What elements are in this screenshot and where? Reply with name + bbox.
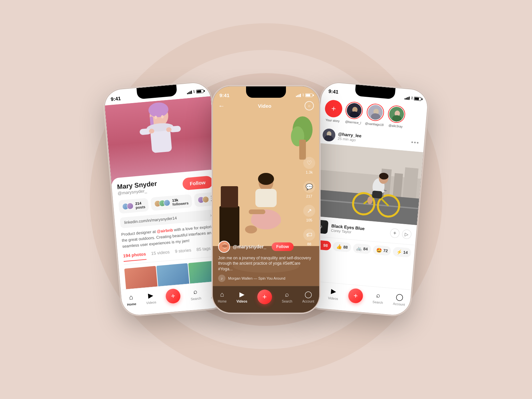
tab-tags[interactable]: 85 tags bbox=[196, 246, 211, 255]
music-row: ♪ Morgan Wallen — Spin You Around bbox=[218, 275, 314, 282]
nav-account-center[interactable]: ◯ Account bbox=[302, 290, 314, 303]
santiago-avatar bbox=[367, 104, 383, 120]
play-btn[interactable]: ▷ bbox=[402, 229, 412, 239]
like-action[interactable]: ♡ 1.3k bbox=[303, 157, 315, 174]
avatar-svg bbox=[219, 241, 230, 253]
add-story-circle: + bbox=[324, 99, 343, 118]
bike-emoji: 🚲 bbox=[356, 245, 362, 251]
video-avatar bbox=[218, 241, 230, 253]
nav-search-left[interactable]: ⌕ Search bbox=[190, 287, 201, 301]
battery-left bbox=[196, 89, 204, 93]
notch-center bbox=[246, 86, 286, 98]
search-circle[interactable]: ○ bbox=[305, 101, 314, 110]
video-title: Video bbox=[258, 103, 272, 109]
phone-right-screen: 9:41 ⌇ + Your story bbox=[303, 82, 429, 316]
tab-photos[interactable]: 194 photos bbox=[123, 251, 147, 262]
post-menu-button[interactable]: ••• bbox=[411, 139, 420, 146]
wifi-center: ⌇ bbox=[302, 93, 304, 97]
music-note-icon: ♪ bbox=[218, 275, 225, 282]
tab-videos[interactable]: 15 videos bbox=[151, 249, 170, 259]
avatar-5 bbox=[163, 199, 171, 206]
video-username: @marysnyder_ bbox=[233, 244, 266, 249]
add-story-item[interactable]: + Your story bbox=[324, 99, 343, 123]
story-bernice[interactable]: @bernice_l bbox=[344, 101, 364, 125]
time-right: 9:41 bbox=[328, 88, 338, 95]
cyclist-scene bbox=[311, 143, 423, 225]
account-icon-right: ◯ bbox=[395, 293, 404, 301]
star-count: 72 bbox=[383, 248, 388, 253]
posts-count: 214 posts bbox=[135, 201, 145, 209]
bernice-avatar bbox=[346, 102, 362, 118]
videos-icon-center: ▶ bbox=[238, 290, 246, 298]
home-label-center: Home bbox=[218, 300, 227, 303]
profile-name-area: Mary Snyder @marysnyder_ bbox=[117, 180, 158, 197]
phone-right: 9:41 ⌇ + Your story bbox=[303, 82, 429, 316]
add-button-right[interactable]: + bbox=[348, 288, 364, 304]
reaction-star[interactable]: 🤩 72 bbox=[373, 245, 392, 256]
add-to-music-btn[interactable]: + bbox=[390, 228, 400, 238]
likes-count: 1.3k bbox=[306, 170, 313, 174]
comment-icon: 💬 bbox=[303, 181, 315, 193]
search-icon: ⌕ bbox=[191, 287, 200, 296]
nav-search-center[interactable]: ⌕ Search bbox=[282, 290, 292, 303]
reaction-bike[interactable]: 🚲 84 bbox=[353, 243, 372, 254]
time-center: 9:41 bbox=[219, 92, 229, 98]
post-author-info: @harry_lee 25 min ago bbox=[337, 131, 362, 142]
phones-container: 9:41 ⌇ bbox=[106, 86, 426, 313]
nav-home-center[interactable]: ⌂ Home bbox=[218, 290, 227, 303]
nav-videos-left[interactable]: ▶ Videos bbox=[145, 291, 157, 305]
videos-icon-right: ▶ bbox=[329, 287, 338, 296]
nav-videos-center[interactable]: ▶ Videos bbox=[236, 290, 247, 303]
time-left: 9:41 bbox=[110, 95, 121, 102]
home-label: Home bbox=[127, 302, 137, 306]
bottom-nav-center: ⌂ Home ▶ Videos + ⌕ Search ◯ Account bbox=[213, 286, 319, 313]
music-controls: + ▷ bbox=[390, 228, 412, 239]
post-author: @harry_lee 25 min ago bbox=[322, 128, 362, 144]
svg-point-25 bbox=[245, 225, 257, 233]
nav-home-left[interactable]: ⌂ Home bbox=[126, 293, 136, 306]
music-text: Morgan Wallen — Spin You Around bbox=[228, 276, 285, 280]
status-icons-center: ⌇ bbox=[296, 93, 313, 97]
nav-account-right[interactable]: ◯ Account bbox=[393, 293, 406, 307]
avatar-2 bbox=[127, 202, 134, 210]
comment-action[interactable]: 💬 217 bbox=[303, 181, 315, 198]
account-label-center: Account bbox=[302, 300, 314, 303]
share-action[interactable]: ↗ 105 bbox=[303, 205, 315, 222]
back-button[interactable]: ← bbox=[218, 102, 225, 110]
feed-post: @harry_lee 25 min ago ••• bbox=[308, 125, 425, 261]
reaction-like[interactable]: 👍 88 bbox=[332, 241, 351, 252]
video-follow-btn[interactable]: Follow bbox=[272, 242, 294, 251]
heart-icon: ♡ bbox=[303, 157, 315, 169]
comments-count: 217 bbox=[306, 194, 312, 198]
share-icon: ↗ bbox=[303, 205, 315, 217]
post-image bbox=[311, 143, 423, 225]
nav-search-right[interactable]: ⌕ Search bbox=[372, 291, 384, 305]
add-button-left[interactable]: + bbox=[165, 288, 181, 304]
stat-followers: 13k followers bbox=[151, 194, 192, 211]
svg-point-21 bbox=[258, 173, 274, 185]
story-alic3ray[interactable]: @alic3ray bbox=[387, 105, 406, 128]
search-label-right: Search bbox=[372, 300, 383, 305]
story-santiago[interactable]: @santiago18 bbox=[365, 103, 385, 127]
stat-posts: 214 posts bbox=[118, 198, 149, 214]
bernice-label: @bernice_l bbox=[345, 120, 361, 125]
post-avatars bbox=[122, 202, 134, 210]
account-icon-center: ◯ bbox=[304, 290, 312, 298]
videos-label-right: Videos bbox=[328, 296, 338, 301]
santiago-ring bbox=[366, 103, 385, 122]
videos-label-center: Videos bbox=[236, 300, 247, 303]
signal-left bbox=[187, 90, 192, 94]
tab-stories[interactable]: 9 stories bbox=[175, 247, 192, 257]
add-button-center[interactable]: + bbox=[257, 290, 272, 304]
search-label-center: Search bbox=[282, 300, 292, 303]
bike-count: 84 bbox=[363, 246, 368, 251]
account-label-right: Account bbox=[393, 302, 405, 307]
reaction-bolt[interactable]: ⚡ 14 bbox=[393, 247, 412, 258]
search-icon-center: ⌕ bbox=[283, 290, 291, 298]
nav-videos-right[interactable]: ▶ Videos bbox=[328, 287, 339, 301]
bernice-ring bbox=[345, 101, 363, 120]
status-icons-left: ⌇ bbox=[187, 89, 204, 94]
search-label: Search bbox=[191, 296, 201, 301]
follow-button[interactable]: Follow bbox=[182, 175, 213, 190]
svg-rect-63 bbox=[372, 191, 382, 199]
